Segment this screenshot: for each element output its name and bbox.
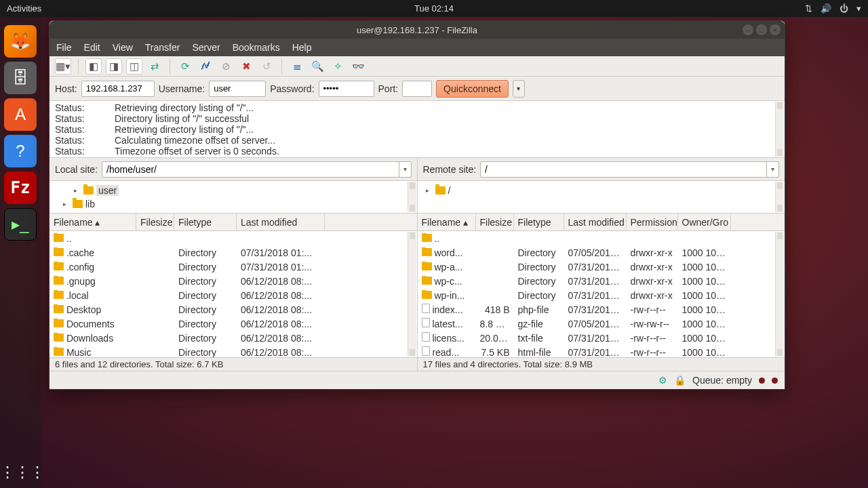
local-list-scrollbar[interactable] bbox=[408, 232, 416, 357]
dock-firefox[interactable]: 🦊 bbox=[4, 25, 37, 58]
clock[interactable]: Tue 02:14 bbox=[414, 3, 454, 14]
list-item[interactable]: read...7.5 KB html-file07/31/2018 ... -r… bbox=[418, 345, 785, 357]
menu-view[interactable]: View bbox=[113, 42, 133, 53]
search-button[interactable]: 🔍 bbox=[309, 58, 326, 75]
remote-site-combo[interactable]: ▾ bbox=[480, 161, 779, 178]
quickconnect-button[interactable]: Quickconnect bbox=[436, 80, 509, 98]
column-header[interactable]: Filetype bbox=[174, 214, 237, 230]
local-site-combo[interactable]: ▾ bbox=[102, 161, 411, 178]
system-tray[interactable]: ⇅ 🔊 ⏻ ▾ bbox=[805, 3, 861, 14]
host-input[interactable] bbox=[81, 81, 155, 97]
remote-tree-scrollbar[interactable] bbox=[775, 182, 784, 212]
activities-button[interactable]: Activities bbox=[7, 3, 41, 14]
menu-transfer[interactable]: Transfer bbox=[145, 42, 180, 53]
local-file-list[interactable]: .. .cache Directory07/31/2018 01:... .co… bbox=[50, 231, 417, 357]
caret-down-icon[interactable]: ▾ bbox=[856, 3, 861, 14]
menu-file[interactable]: File bbox=[56, 42, 72, 53]
list-item[interactable]: .local Directory06/12/2018 08:... bbox=[50, 288, 417, 302]
tree-node[interactable]: ▸/ bbox=[423, 184, 780, 197]
cancel-button[interactable]: ⊘ bbox=[218, 58, 234, 75]
list-item[interactable]: wp-c... Directory07/31/2018 ... drwxr-xr… bbox=[418, 274, 785, 288]
tree-node[interactable]: ▸user bbox=[55, 184, 412, 197]
list-item[interactable]: .cache Directory07/31/2018 01:... bbox=[50, 245, 417, 260]
compare-button[interactable]: ✧ bbox=[330, 58, 346, 75]
maximize-button[interactable]: □ bbox=[756, 24, 767, 35]
volume-icon[interactable]: 🔊 bbox=[821, 3, 831, 14]
dock-files[interactable]: 🗄 bbox=[4, 62, 37, 94]
folder-icon bbox=[54, 248, 64, 256]
menu-help[interactable]: Help bbox=[292, 42, 312, 53]
column-header[interactable]: Filename ▴ bbox=[418, 214, 476, 230]
local-site-input[interactable] bbox=[102, 162, 398, 177]
power-icon[interactable]: ⏻ bbox=[840, 3, 848, 14]
column-header[interactable]: Filetype bbox=[514, 214, 564, 230]
remote-list-header[interactable]: Filename ▴FilesizeFiletypeLast modifiedP… bbox=[418, 214, 785, 231]
list-item[interactable]: wp-a... Directory07/31/2018 ... drwxr-xr… bbox=[418, 260, 785, 274]
list-item[interactable]: Documents Directory06/12/2018 08:... bbox=[50, 317, 417, 331]
local-list-header[interactable]: Filename ▴FilesizeFiletypeLast modified bbox=[50, 214, 417, 231]
lock-icon[interactable]: 🔒 bbox=[674, 375, 686, 386]
port-input[interactable] bbox=[402, 81, 432, 97]
quickconnect-dropdown[interactable]: ▾ bbox=[513, 80, 525, 98]
filter-button[interactable]: ≣ bbox=[289, 58, 305, 75]
list-item[interactable]: .. bbox=[418, 231, 785, 245]
refresh-button[interactable]: ⟳ bbox=[177, 58, 193, 75]
message-log[interactable]: Status:Retrieving directory listing of "… bbox=[50, 101, 785, 158]
menu-bookmarks[interactable]: Bookmarks bbox=[233, 42, 280, 53]
reconnect-button[interactable]: ↺ bbox=[258, 58, 275, 75]
local-tree[interactable]: ▸user▸lib bbox=[50, 181, 417, 214]
column-header[interactable]: Last modified bbox=[237, 214, 325, 230]
dock-terminal[interactable]: ▸_ bbox=[4, 208, 37, 241]
minimize-button[interactable]: – bbox=[743, 24, 753, 35]
chevron-down-icon[interactable]: ▾ bbox=[399, 162, 411, 177]
column-header[interactable]: Last modified bbox=[564, 214, 627, 230]
list-item[interactable]: Music Directory06/12/2018 08:... bbox=[50, 345, 417, 357]
network-icon[interactable]: ⇅ bbox=[805, 3, 812, 14]
toggle-remote-tree-button[interactable]: ◨ bbox=[106, 58, 122, 75]
column-header[interactable]: Owner/Gro bbox=[678, 214, 731, 230]
remote-file-list[interactable]: .. word... Directory07/05/2018 ... drwxr… bbox=[418, 231, 785, 357]
tree-node[interactable]: ▸lib bbox=[55, 197, 412, 211]
site-manager-button[interactable]: ▦▾ bbox=[55, 58, 71, 75]
toggle-queue-button[interactable]: ◫ bbox=[126, 58, 142, 75]
dock-help[interactable]: ? bbox=[4, 135, 37, 167]
sync-browsing-button[interactable]: ⇄ bbox=[146, 58, 163, 75]
list-item[interactable]: index...418 B php-file07/31/2018 ... -rw… bbox=[418, 302, 785, 317]
log-scrollbar[interactable] bbox=[775, 102, 784, 157]
folder-icon bbox=[54, 234, 64, 242]
remote-site-input[interactable] bbox=[481, 162, 766, 177]
settings-icon[interactable]: ⚙ bbox=[658, 375, 667, 386]
menu-server[interactable]: Server bbox=[192, 42, 220, 53]
file-icon bbox=[422, 332, 430, 342]
column-header[interactable]: Permission bbox=[627, 214, 678, 230]
remote-tree[interactable]: ▸/ bbox=[418, 181, 785, 214]
list-item[interactable]: .config Directory07/31/2018 01:... bbox=[50, 260, 417, 274]
list-item[interactable]: Downloads Directory06/12/2018 08:... bbox=[50, 331, 417, 345]
list-item[interactable]: word... Directory07/05/2018 ... drwxr-xr… bbox=[418, 245, 785, 260]
toggle-local-tree-button[interactable]: ◧ bbox=[85, 58, 102, 75]
column-header[interactable]: Filesize bbox=[476, 214, 514, 230]
dock-software[interactable]: A bbox=[4, 98, 37, 131]
list-item[interactable]: latest...8.8 MB gz-file07/05/2018 ... -r… bbox=[418, 317, 785, 331]
local-tree-scrollbar[interactable] bbox=[408, 182, 416, 212]
chevron-down-icon[interactable]: ▾ bbox=[766, 162, 778, 177]
show-applications[interactable]: ⋮⋮⋮ bbox=[0, 464, 41, 481]
password-input[interactable] bbox=[319, 81, 374, 97]
username-input[interactable] bbox=[209, 81, 266, 97]
process-queue-button[interactable]: 🗲 bbox=[197, 58, 214, 75]
list-item[interactable]: Desktop Directory06/12/2018 08:... bbox=[50, 302, 417, 317]
find-button[interactable]: 👓 bbox=[350, 58, 366, 75]
close-button[interactable]: × bbox=[770, 24, 781, 35]
disconnect-button[interactable]: ✖ bbox=[238, 58, 254, 75]
list-item[interactable]: licens...20.0 KB txt-file07/31/2018 ... … bbox=[418, 331, 785, 345]
column-header[interactable]: Filesize bbox=[136, 214, 174, 230]
file-icon bbox=[422, 304, 430, 313]
dock-filezilla[interactable]: Fz bbox=[4, 171, 37, 204]
list-item[interactable]: .gnupg Directory06/12/2018 08:... bbox=[50, 274, 417, 288]
list-item[interactable]: .. bbox=[50, 231, 417, 245]
list-item[interactable]: wp-in... Directory07/31/2018 ... drwxr-x… bbox=[418, 288, 785, 302]
remote-list-scrollbar[interactable] bbox=[775, 232, 784, 357]
column-header[interactable]: Filename ▴ bbox=[50, 214, 136, 230]
window-titlebar[interactable]: user@192.168.1.237 - FileZilla – □ × bbox=[50, 21, 785, 39]
menu-edit[interactable]: Edit bbox=[84, 42, 100, 53]
